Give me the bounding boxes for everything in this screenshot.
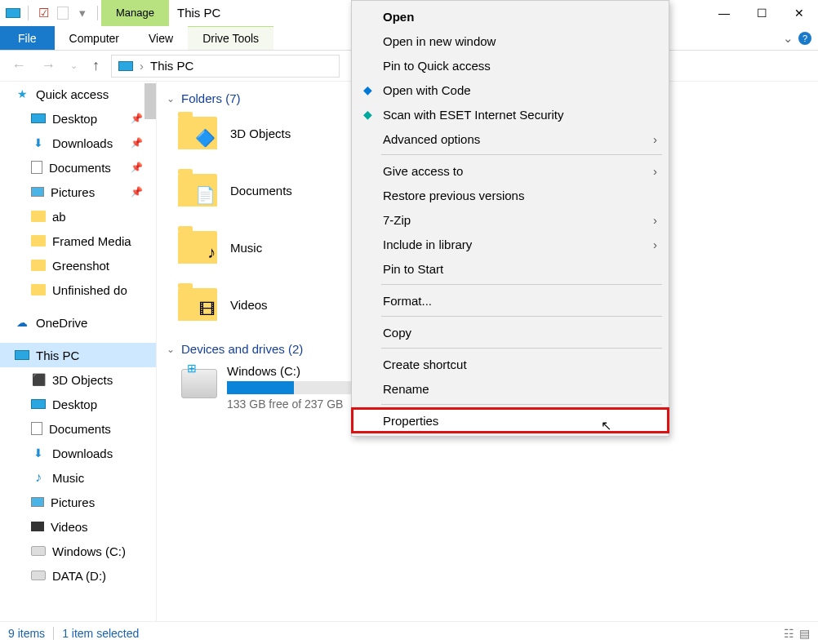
up-button[interactable]: ↑ <box>89 57 103 74</box>
drive-icon <box>31 546 46 556</box>
sidebar-item[interactable]: Documents <box>0 416 156 441</box>
contextual-tab-manage[interactable]: Manage <box>101 0 169 26</box>
tab-drive-tools[interactable]: Drive Tools <box>188 26 273 50</box>
menu-item[interactable]: 7-Zip› <box>352 207 669 232</box>
view-details-icon[interactable]: ☷ <box>784 627 794 640</box>
tab-computer[interactable]: Computer <box>55 26 134 50</box>
sidebar-item-label: Desktop <box>52 112 97 126</box>
sidebar-item-label: Downloads <box>52 136 113 150</box>
maximize-button[interactable]: ☐ <box>743 0 780 26</box>
folder-icon: 🔷 <box>178 117 217 149</box>
sidebar-item[interactable]: DATA (D:) <box>0 563 156 588</box>
down-icon: ⬇ <box>31 446 46 460</box>
sidebar-item[interactable]: Framed Media <box>0 229 156 253</box>
menu-item[interactable]: Pin to Start <box>352 256 669 281</box>
sidebar-onedrive[interactable]: ☁ OneDrive <box>0 310 156 335</box>
submenu-arrow-icon: › <box>653 164 657 178</box>
forward-button[interactable]: → <box>38 57 59 74</box>
explorer-icon <box>5 5 21 21</box>
menu-item[interactable]: Format... <box>352 288 669 313</box>
ribbon-expand-icon[interactable]: ⌄ <box>783 31 794 46</box>
tab-view[interactable]: View <box>134 26 188 50</box>
doc-icon <box>31 422 42 435</box>
sidebar-this-pc[interactable]: This PC <box>0 343 156 367</box>
group-label: Devices and drives (2) <box>181 342 303 356</box>
breadcrumb[interactable]: This PC <box>150 59 193 73</box>
cursor-icon: ↖ <box>601 418 611 433</box>
sidebar-item[interactable]: ab <box>0 204 156 229</box>
submenu-arrow-icon: › <box>653 132 657 146</box>
tab-file[interactable]: File <box>0 26 55 50</box>
qat-properties-icon[interactable]: ☑ <box>35 5 51 21</box>
folder-icon <box>31 235 46 246</box>
drive-icon: ⊞ <box>181 369 217 398</box>
sidebar-item[interactable]: Unfinished do <box>0 278 156 302</box>
sidebar-item[interactable]: ⬇Downloads📌 <box>0 131 156 155</box>
sidebar-item[interactable]: Pictures📌 <box>0 180 156 204</box>
vscode-icon: ◆ <box>360 82 375 97</box>
sidebar-item[interactable]: Desktop📌 <box>0 106 156 131</box>
menu-item-label: Format... <box>383 294 432 308</box>
sidebar-item-label: ab <box>52 210 66 224</box>
chevron-down-icon[interactable]: ⌄ <box>167 344 175 355</box>
menu-item[interactable]: Pin to Quick access <box>352 53 669 78</box>
sidebar-item-label: Music <box>52 471 84 485</box>
windows-logo-icon: ⊞ <box>187 362 197 375</box>
menu-separator <box>381 316 662 317</box>
menu-item-label: Include in library <box>383 238 472 251</box>
context-menu[interactable]: OpenOpen in new windowPin to Quick acces… <box>351 0 669 437</box>
sidebar-item[interactable]: ⬇Downloads <box>0 441 156 465</box>
status-items-count: 9 items <box>8 627 45 640</box>
help-icon[interactable]: ? <box>798 32 811 45</box>
chevron-down-icon[interactable]: ⌄ <box>167 93 175 104</box>
pin-icon: 📌 <box>131 137 143 149</box>
menu-item[interactable]: Restore previous versions <box>352 183 669 207</box>
sidebar-item-label: Windows (C:) <box>52 544 126 558</box>
menu-item-label: Rename <box>383 382 429 396</box>
pin-icon: 📌 <box>131 186 143 198</box>
sidebar-item[interactable]: Documents📌 <box>0 155 156 180</box>
menu-item[interactable]: Advanced options› <box>352 127 669 151</box>
menu-item[interactable]: Copy <box>352 320 669 344</box>
menu-item[interactable]: Open in new window <box>352 29 669 53</box>
qat-dropdown-icon[interactable]: ▾ <box>74 5 91 21</box>
sidebar-item-label: Pictures <box>51 185 95 199</box>
sidebar-item[interactable]: Videos <box>0 514 156 539</box>
menu-item[interactable]: Rename <box>352 376 669 401</box>
chevron-right-icon[interactable]: › <box>140 59 144 73</box>
folder-icon <box>31 284 46 295</box>
menu-item[interactable]: Give access to› <box>352 158 669 183</box>
menu-item[interactable]: ◆Scan with ESET Internet Security <box>352 102 669 127</box>
menu-item[interactable]: ◆Open with Code <box>352 78 669 102</box>
sidebar-item-label: Unfinished do <box>52 283 127 297</box>
music-icon: ♪ <box>31 470 46 485</box>
view-large-icon[interactable]: ▤ <box>799 627 810 640</box>
menu-separator <box>381 284 662 285</box>
scrollbar-thumb[interactable] <box>144 83 156 119</box>
menu-item-label: Open with Code <box>383 83 471 97</box>
sidebar-item[interactable]: Desktop <box>0 392 156 416</box>
sidebar-item[interactable]: Windows (C:) <box>0 539 156 563</box>
folder-overlay-icon: ♪ <box>207 243 216 262</box>
close-button[interactable]: ✕ <box>780 0 818 26</box>
menu-item[interactable]: Properties <box>352 408 669 433</box>
group-label: Folders (7) <box>181 91 241 105</box>
address-bar[interactable]: › This PC <box>111 55 340 78</box>
minimize-button[interactable]: — <box>705 0 743 26</box>
sidebar-item[interactable]: Greenshot <box>0 253 156 278</box>
menu-item[interactable]: Create shortcut <box>352 352 669 376</box>
thispc-icon <box>15 350 29 360</box>
qat-newfolder-icon[interactable] <box>55 5 71 21</box>
sidebar-item[interactable]: ⬛3D Objects <box>0 367 156 392</box>
menu-item[interactable]: Open <box>352 4 669 29</box>
folder-label: 3D Objects <box>230 127 291 140</box>
navigation-pane[interactable]: ★ Quick access Desktop📌⬇Downloads📌Docume… <box>0 82 157 621</box>
menu-item[interactable]: Include in library› <box>352 232 669 256</box>
folder-icon: ♪ <box>178 231 217 264</box>
drive-icon <box>31 571 46 580</box>
back-button[interactable]: ← <box>8 57 29 74</box>
sidebar-item[interactable]: Pictures <box>0 490 156 514</box>
recent-dropdown-icon[interactable]: ⌄ <box>67 60 81 71</box>
sidebar-quick-access[interactable]: ★ Quick access <box>0 82 156 106</box>
sidebar-item[interactable]: ♪Music <box>0 465 156 490</box>
